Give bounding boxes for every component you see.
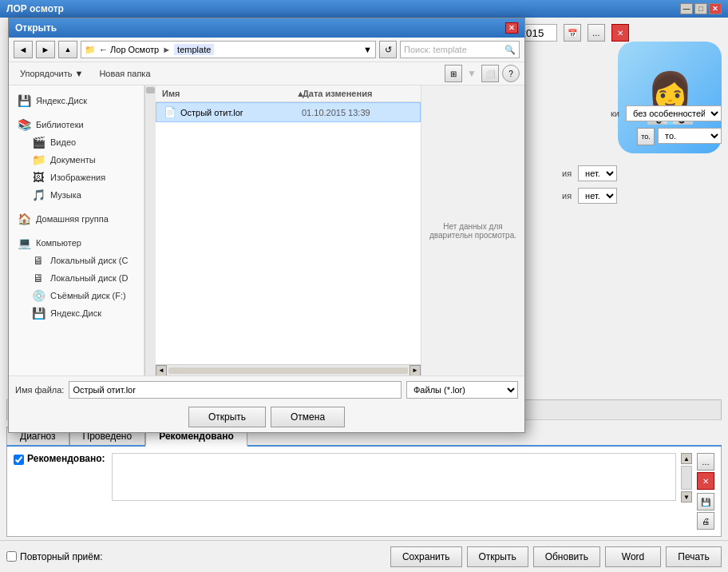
path-folder-icon: 📁 [85, 45, 96, 55]
option-select-1[interactable]: нет. [578, 165, 617, 181]
dialog-body: 💾 Яндекс.Диск 📚 Библиотеки 🎬 Видео [9, 85, 524, 375]
computer-icon: 💻 [17, 236, 31, 249]
sidebar-item-docs[interactable]: 📁 Документы [9, 151, 144, 169]
search-placeholder: Поиск: template [404, 45, 467, 54]
sidebar-section-main: 💾 Яндекс.Диск [9, 89, 144, 113]
nav-back-button[interactable]: ◄ [14, 41, 33, 58]
scroll-up-btn[interactable]: ▲ [681, 453, 692, 464]
sidebar-item-video[interactable]: 🎬 Видео [9, 133, 144, 151]
tab-content: Рекомендовано: ▲ ▼ … ✕ 💾 🖨 [6, 447, 722, 537]
sidebar-section-libs: 📚 Библиотеки 🎬 Видео 📁 Документы 🖼 [9, 113, 144, 207]
music-icon: 🎵 [31, 189, 46, 201]
sidebar-item-yandex2[interactable]: 💾 Яндекс.Диск [9, 304, 144, 322]
sidebar-item-libraries[interactable]: 📚 Библиотеки [9, 116, 144, 133]
images-icon: 🖼 [31, 171, 46, 184]
nav-forward-button[interactable]: ► [36, 41, 55, 58]
app-window: ЛОР осмотр — □ ✕ Дата осмотра: 📅 … ✕ 👩‍⚕… [0, 0, 728, 572]
sidebar-item-music[interactable]: 🎵 Музыка [9, 186, 144, 204]
option-select-2[interactable]: нет. [578, 188, 617, 204]
repeat-checkbox[interactable]: Повторный приём: [6, 551, 103, 562]
sidebar-item-homegroup[interactable]: 🏠 Домашняя группа [9, 210, 144, 228]
clear-date-button[interactable]: ✕ [611, 24, 629, 42]
repeat-label: Повторный приём: [20, 551, 103, 562]
sidebar-item-disk-c[interactable]: 🖥 Локальный диск (C [9, 252, 144, 269]
extra-btn-1[interactable]: то. [637, 128, 655, 145]
docs-icon: 📁 [31, 153, 46, 166]
sidebar-label-video: Видео [50, 137, 76, 147]
rec-dots-btn[interactable]: … [697, 453, 714, 471]
dialog-title: Открыть [15, 22, 57, 34]
file-header: Имя ▲ Дата изменения [156, 85, 421, 102]
refresh-button[interactable]: ↺ [379, 41, 397, 58]
file-item-0[interactable]: 📄 Острый отит.lor 01.10.2015 13:39 [156, 102, 421, 122]
update-button[interactable]: Обновить [533, 546, 600, 567]
sidebar-label-computer: Компьютер [36, 238, 81, 248]
dialog-footer: Имя файла: Файлы (*.lor) [9, 375, 524, 403]
filename-label: Имя файла: [15, 385, 64, 395]
rec-scrollbar: ▲ ▼ [681, 453, 692, 502]
extra-select[interactable]: то. [658, 128, 722, 144]
sidebar-label-images: Изображения [50, 173, 105, 182]
filetype-select[interactable]: Файлы (*.lor) [406, 381, 518, 399]
sidebar-label-libraries: Библиотеки [36, 120, 84, 129]
close-button[interactable]: ✕ [709, 3, 722, 14]
sidebar-item-computer[interactable]: 💻 Компьютер [9, 234, 144, 252]
dialog-open-button[interactable]: Открыть [188, 407, 266, 427]
preview-panel: Нет данных для дварительн просмотра. [421, 85, 524, 375]
search-icon: 🔍 [504, 45, 516, 55]
path-breadcrumb[interactable]: 📁 ← Лор Осмотр ► template ▼ [81, 41, 376, 58]
option-row-1: ия нет. ия нет. [562, 165, 722, 207]
nav-up-button[interactable]: ▲ [58, 41, 77, 58]
rec-checkbox[interactable] [14, 455, 24, 465]
sidebar-item-yandex1[interactable]: 💾 Яндекс.Диск [9, 92, 144, 109]
view-mode-button[interactable]: ⊞ [445, 65, 462, 82]
mid-select[interactable]: без особенностей. [626, 105, 722, 121]
sidebar-item-images[interactable]: 🖼 Изображения [9, 169, 144, 186]
file-icon-0: 📄 [163, 106, 177, 118]
hscroll-right[interactable]: ► [410, 365, 421, 376]
help-button[interactable]: ? [502, 65, 520, 82]
col-date: Дата изменения [303, 89, 414, 98]
minimize-button[interactable]: — [680, 3, 693, 14]
homegroup-icon: 🏠 [17, 213, 31, 225]
rec-label: Рекомендовано: [27, 453, 105, 464]
bottom-toolbar: Повторный приём: Сохранить Открыть Обнов… [0, 540, 728, 572]
view-toggle-button[interactable]: ⬜ [481, 65, 499, 82]
repeat-checkbox-input[interactable] [6, 551, 17, 562]
sidebar-item-label-1: Яндекс.Диск [36, 96, 87, 105]
rec-print-btn[interactable]: 🖨 [697, 512, 714, 530]
dots-button[interactable]: … [588, 24, 605, 42]
file-list: 📄 Острый отит.lor 01.10.2015 13:39 [156, 102, 421, 364]
hscroll-left[interactable]: ◄ [156, 365, 167, 376]
path-part-1: ← Лор Осмотр [99, 45, 159, 54]
filename-input[interactable] [69, 381, 402, 399]
new-folder-button[interactable]: Новая папка [93, 67, 156, 80]
sidebar-label-disk-d: Локальный диск (D [50, 273, 128, 283]
open-button[interactable]: Открыть [467, 546, 528, 567]
dialog-cancel-button[interactable]: Отмена [271, 407, 345, 427]
sidebar-item-disk-f[interactable]: 💿 Съёмный диск (F:) [9, 287, 144, 304]
sidebar-item-disk-d[interactable]: 🖥 Локальный диск (D [9, 269, 144, 287]
sidebar-section-computer: 💻 Компьютер 🖥 Локальный диск (C 🖥 Локаль… [9, 231, 144, 325]
rec-save-btn[interactable]: 💾 [697, 493, 714, 510]
dialog-nav-bar: ◄ ► ▲ 📁 ← Лор Осмотр ► template ▼ ↺ Поис… [9, 38, 524, 62]
sidebar-label-music: Музыка [50, 190, 81, 200]
scroll-down-btn[interactable]: ▼ [681, 491, 692, 502]
extra-btn-row: то. то. [637, 128, 722, 145]
rec-clear-btn[interactable]: ✕ [697, 472, 714, 490]
calendar-icon[interactable]: 📅 [564, 24, 581, 42]
file-date-0: 01.10.2015 13:39 [302, 108, 413, 117]
maximize-button[interactable]: □ [694, 3, 707, 14]
sidebar-panel: 💾 Яндекс.Диск 📚 Библиотеки 🎬 Видео [9, 85, 144, 375]
path-part-2: template [174, 44, 214, 55]
print-button[interactable]: Печать [666, 546, 722, 567]
word-button[interactable]: Word [605, 546, 661, 567]
rec-textarea[interactable] [112, 453, 676, 501]
search-box[interactable]: Поиск: template 🔍 [400, 41, 520, 58]
save-button[interactable]: Сохранить [390, 546, 462, 567]
title-bar-buttons: — □ ✕ [680, 3, 722, 14]
sidebar-scrollbar[interactable] [144, 85, 156, 375]
dialog-close-button[interactable]: ✕ [505, 22, 518, 34]
organize-button[interactable]: Упорядочить ▼ [14, 67, 89, 80]
hscroll[interactable]: ◄ ► [156, 364, 421, 375]
